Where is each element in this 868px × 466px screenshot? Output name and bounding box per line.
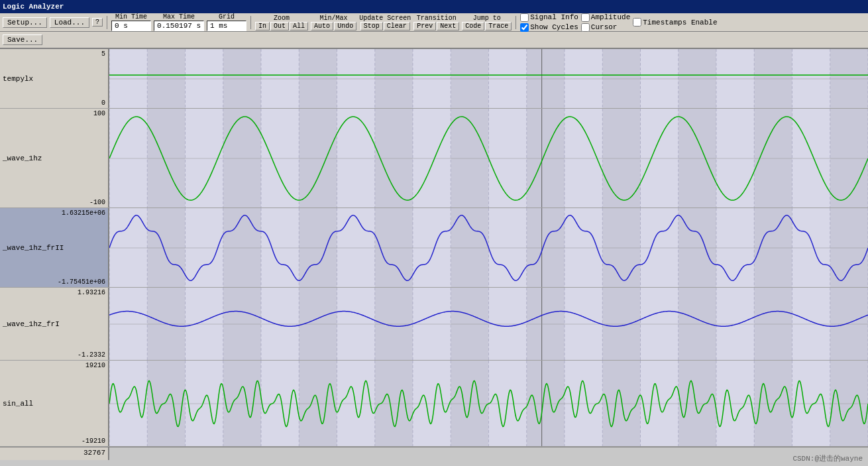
toolbar-row1: Setup... Load... ? Min Time 0 s Max Time… [0, 13, 868, 32]
min-time-label: Min Time [115, 13, 147, 21]
show-cycles-checkbox[interactable] [520, 23, 529, 32]
toolbar-row2: Save... [0, 32, 868, 49]
signal-label-area: 5tempylx0 [0, 49, 109, 108]
amplitude-checkbox[interactable] [581, 13, 590, 22]
max-time-label: Max Time [163, 13, 195, 21]
grid-value: 1 ms [207, 21, 246, 31]
setup-button[interactable]: Setup... [3, 17, 47, 28]
watermark: CSDN:@进击的wayne [792, 453, 863, 463]
signal-canvas-area [109, 288, 868, 360]
stop-button[interactable]: Stop [360, 22, 383, 30]
signal-label-area: 1.93216_wave_1hz_frI-1.2332 [0, 288, 109, 360]
save-button[interactable]: Save... [3, 34, 42, 45]
zoom-label: Zoom [274, 15, 290, 22]
signal-name: _wave_1hz_frII [3, 244, 105, 252]
signal-max-value: 100 [93, 110, 105, 117]
signal-row: 1.63215e+06_wave_1hz_frII-1.75451e+06 [0, 208, 868, 288]
next-button[interactable]: Next [437, 22, 459, 30]
signal-name: _wave_1hz [3, 154, 105, 162]
timestamps-checkbox[interactable] [633, 18, 641, 27]
prev-button[interactable]: Prev [413, 22, 436, 30]
signal-max-value: 1.63215e+06 [62, 209, 105, 217]
signal-min-value: -1.2332 [78, 351, 105, 359]
auto-button[interactable]: Auto [311, 22, 333, 30]
main-area: 5tempylx0100_wave_1hz-1001.63215e+06_wav… [0, 49, 868, 466]
zoom-all-button[interactable]: All [290, 22, 308, 30]
zoom-out-button[interactable]: Out [270, 22, 289, 30]
signal-waveform-canvas [109, 208, 868, 287]
signal-label-area: 19210sin_all-19210 [0, 361, 109, 446]
signal-max-value: 19210 [85, 362, 105, 369]
signal-name: sin_all [3, 400, 105, 408]
amplitude-label: Amplitude [591, 13, 630, 21]
bottom-label: 32767 [0, 447, 109, 460]
transition-label: Transition [417, 15, 457, 22]
app-title: Logic Analyzer [3, 3, 64, 11]
signal-row: 1.93216_wave_1hz_frI-1.2332 [0, 288, 868, 361]
timestamps-label: Timestamps Enable [643, 19, 717, 27]
signal-label-area: 1.63215e+06_wave_1hz_frII-1.75451e+06 [0, 208, 109, 287]
signal-row: 100_wave_1hz-100 [0, 109, 868, 208]
signal-row: 5tempylx0 [0, 49, 868, 109]
signal-waveform-canvas [109, 49, 868, 108]
signal-name: _wave_1hz_frI [3, 320, 105, 328]
signal-canvas-area [109, 208, 868, 287]
zoom-in-button[interactable]: In [255, 22, 270, 30]
undo-button[interactable]: Undo [334, 22, 356, 30]
load-button[interactable]: Load... [50, 17, 89, 28]
signal-label-area: 100_wave_1hz-100 [0, 109, 109, 207]
signal-waveform-canvas [109, 288, 868, 360]
trace-button[interactable]: Trace [485, 22, 512, 30]
grid-label: Grid [219, 13, 235, 21]
max-time-value: 0.150197 s [154, 21, 204, 31]
title-bar: Logic Analyzer [0, 0, 868, 13]
update-screen-label: Update Screen [359, 15, 411, 22]
signal-canvas-area [109, 109, 868, 207]
signal-min-value: -19210 [81, 437, 105, 445]
jump-to-label: Jump to [473, 15, 501, 22]
signal-min-value: -1.75451e+06 [58, 278, 105, 286]
signal-waveform-canvas [109, 109, 868, 207]
signal-name: tempylx [3, 75, 105, 83]
cursor-checkbox[interactable] [581, 23, 590, 32]
signal-max-value: 5 [101, 50, 105, 58]
signal-canvas-area [109, 49, 868, 108]
signal-max-value: 1.93216 [78, 289, 105, 296]
signal-canvas-area [109, 361, 868, 446]
clear-button[interactable]: Clear [384, 22, 410, 30]
min-time-value: 0 s [111, 21, 151, 31]
cursor-label: Cursor [591, 23, 618, 31]
bottom-row: 32767 [0, 447, 868, 460]
code-button[interactable]: Code [462, 22, 484, 30]
show-cycles-label: Show Cycles [530, 23, 578, 31]
signal-min-value: -100 [89, 199, 105, 206]
signal-info-checkbox[interactable] [520, 13, 529, 22]
help-button[interactable]: ? [92, 18, 103, 27]
signal-row: 19210sin_all-19210 [0, 361, 868, 447]
minmax-label: Min/Max [320, 15, 348, 22]
signal-info-label: Signal Info [530, 13, 578, 21]
signal-waveform-canvas [109, 361, 868, 446]
signal-min-value: 0 [101, 99, 105, 107]
